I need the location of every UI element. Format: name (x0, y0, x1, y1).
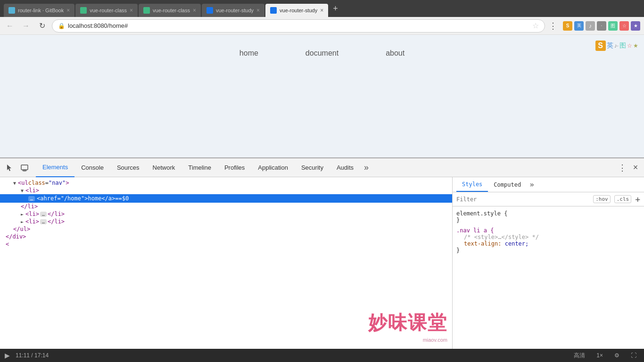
devtools-tab-elements[interactable]: Elements (36, 158, 74, 177)
fullscreen-button[interactable]: ⛶ (628, 351, 639, 360)
expand-arrow-li[interactable]: ▼ (21, 188, 24, 193)
devtools-tab-audits[interactable]: Audits (330, 158, 360, 177)
styles-panel: Styles Computed » :hov .cls + element.st… (453, 177, 644, 350)
nav-document[interactable]: document (305, 49, 339, 58)
tab-2-title: vue-router-class (90, 8, 127, 13)
devtools-tab-security[interactable]: Security (295, 158, 330, 177)
new-tab-button[interactable]: + (329, 4, 342, 14)
url-bar[interactable]: 🔒 ☆ (52, 19, 545, 33)
devtools-tab-network[interactable]: Network (146, 158, 182, 177)
toolbar-text: 英 (607, 41, 613, 50)
devtools-close-button[interactable]: × (629, 161, 642, 174)
chrome-settings[interactable]: ⋮ (549, 21, 557, 31)
ext-icon-6[interactable]: ☆ (619, 21, 629, 31)
ext-icon-4[interactable]: · (597, 21, 606, 31)
html-line-next[interactable]: < (0, 240, 452, 248)
html-line-ul[interactable]: ▼ <ul class="nav" > (0, 179, 452, 187)
styles-content: element.style { } .nav li a { /* <style>… (453, 206, 644, 350)
toolbar-img: 图 (619, 41, 626, 50)
devtools-tab-profiles[interactable]: Profiles (218, 158, 251, 177)
tab-5-close[interactable]: × (320, 7, 323, 14)
devtools-tab-sources[interactable]: Sources (110, 158, 146, 177)
styles-tab-styles[interactable]: Styles (456, 177, 488, 192)
styles-header: Styles Computed » (453, 177, 644, 192)
styles-tab-computed[interactable]: Computed (488, 177, 527, 192)
hd-button[interactable]: 高清 (571, 351, 588, 361)
tab-5-title: vue-router-study (280, 8, 317, 13)
settings-button[interactable]: ⚙ (611, 351, 622, 360)
tab-4[interactable]: vue-router-study × (202, 4, 264, 17)
expand-arrow-ul[interactable]: ▼ (13, 181, 16, 186)
toolbar-star2: ★ (633, 42, 638, 49)
html-line-li[interactable]: ▼ <li> (0, 187, 452, 194)
speed-button[interactable]: 1× (594, 351, 606, 360)
devtools-menu-button[interactable]: ⋮ (616, 161, 629, 174)
ext-icon-5[interactable]: 图 (608, 21, 618, 31)
tab-1-title: router-link · GitBook (18, 8, 64, 13)
s-icon: S (595, 41, 606, 51)
watermark-url: miaov.com (423, 337, 447, 343)
styles-filter-input[interactable] (456, 196, 589, 203)
html-line-ul-close[interactable]: </ul> (0, 225, 452, 233)
tab-2-close[interactable]: × (130, 7, 133, 14)
tab-3-title: vue-router-class (153, 8, 190, 13)
inspector-tool-button[interactable] (2, 160, 17, 175)
tab-1-close[interactable]: × (66, 7, 70, 14)
cls-button[interactable]: .cls (614, 195, 632, 203)
devtools-tab-timeline[interactable]: Timeline (182, 158, 218, 177)
tab-2[interactable]: vue-router-class × (75, 4, 138, 17)
address-bar: ← → ↻ 🔒 ☆ ⋮ S 英 ♪ · 图 ☆ ★ (0, 17, 644, 35)
forward-button[interactable]: → (20, 20, 32, 32)
page-content: home document about S 英 ♪· 图 ☆ ★ (0, 35, 644, 157)
lock-icon: 🔒 (58, 23, 65, 29)
chinese-watermark: 妙味课堂 (368, 310, 447, 336)
url-input[interactable] (68, 22, 532, 29)
tab-5[interactable]: vue-router-study × (265, 4, 328, 17)
rule1-prop[interactable]: text-align: center; (456, 240, 640, 247)
tab-1[interactable]: router-link · GitBook × (4, 4, 74, 17)
html-line-li2[interactable]: ► <li> … </li> (0, 210, 452, 218)
styles-more-button[interactable]: » (527, 180, 537, 189)
ext-icon-7[interactable]: ★ (631, 21, 640, 31)
hov-button[interactable]: :hov (593, 195, 611, 203)
dots-badge-a[interactable]: … (28, 196, 35, 201)
nav-li-a-rule: .nav li a { /* <style>…</style> */ text-… (456, 227, 640, 254)
devtools-more-button[interactable]: » (360, 163, 372, 173)
browser-chrome: router-link · GitBook × vue-router-class… (0, 0, 644, 17)
back-button[interactable]: ← (4, 20, 16, 32)
html-line-li-close[interactable]: </li> (0, 203, 452, 210)
svg-rect-0 (21, 165, 28, 170)
html-line-div-close[interactable]: </div> (0, 233, 452, 240)
element-style-rule: element.style { } (456, 210, 640, 223)
tab-4-title: vue-router-study (216, 8, 254, 13)
extensions-area: S 英 ♪ · 图 ☆ ★ (563, 21, 640, 31)
html-line-li3[interactable]: ► <li> … </li> (0, 218, 452, 225)
ext-icon-1[interactable]: S (563, 21, 572, 31)
expand-arrow-li3[interactable]: ► (21, 219, 24, 224)
styles-filter-bar: :hov .cls + (453, 192, 644, 206)
time-display: 11:11 / 17:14 (16, 352, 49, 359)
nav-about[interactable]: about (386, 49, 405, 58)
toolbar-note: ♪· (614, 42, 619, 49)
tab-4-close[interactable]: × (256, 7, 260, 14)
rule1-selector: .nav li a { (456, 227, 640, 234)
reload-button[interactable]: ↻ (36, 20, 48, 32)
ext-icon-3[interactable]: ♪ (586, 21, 595, 31)
bookmark-icon[interactable]: ☆ (532, 21, 539, 30)
tab-3-close[interactable]: × (193, 7, 196, 14)
add-style-button[interactable]: + (635, 194, 640, 204)
expand-arrow-li2[interactable]: ► (21, 212, 24, 217)
devtools-tab-console[interactable]: Console (74, 158, 110, 177)
devtools-main: ▼ <ul class="nav" > ▼ <li> … <a href="/h… (0, 177, 644, 350)
rule1-comment: /* <style>…</style> */ (456, 234, 640, 240)
devtools-tab-application[interactable]: Application (251, 158, 295, 177)
html-line-a-selected[interactable]: … <a href="/home" >home</a> == $0 (0, 194, 452, 203)
play-button[interactable]: ▶ (5, 352, 10, 359)
ext-icon-2[interactable]: 英 (574, 21, 584, 31)
devtools: Elements Console Sources Network Timelin… (0, 157, 644, 362)
nav-home[interactable]: home (239, 49, 258, 58)
toolbar-watermark: S 英 ♪· 图 ☆ ★ (595, 41, 638, 51)
bottom-bar: ▶ 11:11 / 17:14 高清 1× ⚙ ⛶ (0, 349, 644, 362)
device-tool-button[interactable] (17, 160, 32, 175)
tab-3[interactable]: vue-router-class × (139, 4, 201, 17)
